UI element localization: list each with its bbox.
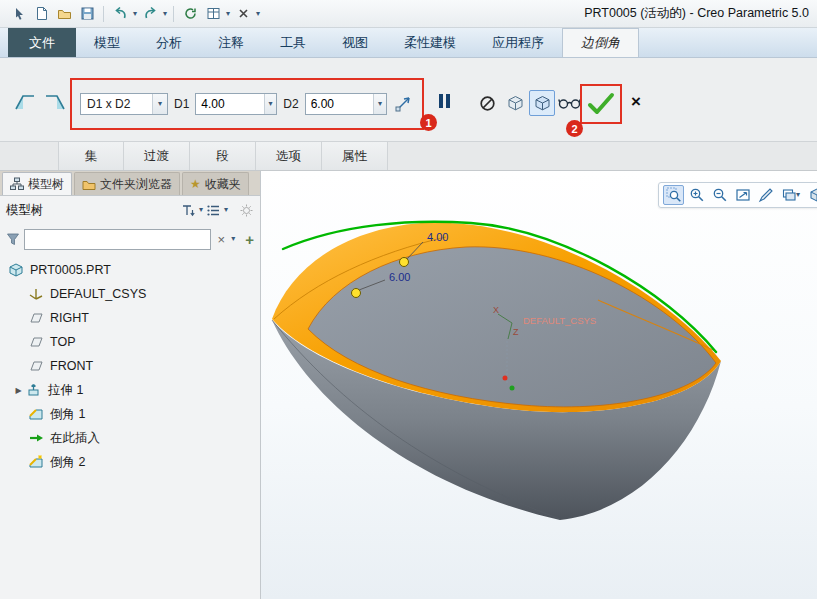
- save-icon[interactable]: [77, 4, 97, 24]
- tree-settings-button[interactable]: [239, 203, 254, 218]
- quick-access-caret-icon[interactable]: ▾: [256, 10, 260, 18]
- chamfer-transitions-mode-button[interactable]: [42, 89, 68, 115]
- tree-item-chamfer-2[interactable]: 倒角 2: [0, 450, 260, 474]
- tab-edge-chamfer[interactable]: 边倒角: [562, 28, 639, 57]
- scheme-value: D1 x D2: [81, 94, 152, 114]
- saved-views-icon: [782, 188, 796, 202]
- saved-views-button[interactable]: ▾: [778, 185, 804, 205]
- graphics-area: 4.00 6.00 X Z DEFAULT_CSYS ▾: [261, 171, 817, 599]
- chamfer-sets-mode-button[interactable]: [12, 89, 38, 115]
- zoom-region-icon: [666, 187, 682, 203]
- panel-tab-options[interactable]: 选项: [256, 142, 322, 170]
- no-preview-button[interactable]: [474, 90, 500, 116]
- dim-d2-value[interactable]: 6.00: [389, 271, 410, 283]
- redo-icon[interactable]: [140, 4, 160, 24]
- tree-columns-button[interactable]: [206, 203, 221, 218]
- clear-search-icon[interactable]: ×: [215, 232, 227, 247]
- dim-d1-handle[interactable]: [400, 258, 409, 267]
- tab-favorites[interactable]: ★ 收藏夹: [182, 172, 249, 195]
- tree-search-input[interactable]: [24, 229, 211, 250]
- tab-applications[interactable]: 应用程序: [474, 28, 562, 57]
- undo-icon[interactable]: [110, 4, 130, 24]
- expander-icon[interactable]: ▶: [12, 386, 25, 395]
- regenerate-icon[interactable]: [180, 4, 200, 24]
- in-graphics-toolbar: ▾ ▾: [658, 182, 817, 208]
- caret-down-icon: ▾: [796, 191, 800, 199]
- tab-model[interactable]: 模型: [76, 28, 138, 57]
- d1-input[interactable]: [196, 94, 264, 114]
- panel-tab-transitions[interactable]: 过渡: [124, 142, 190, 170]
- zoom-out-button[interactable]: [709, 185, 730, 205]
- tree-item-part-root[interactable]: PRT0005.PRT: [0, 258, 260, 282]
- refit-button[interactable]: [732, 185, 753, 205]
- redo-caret-icon[interactable]: ▾: [163, 10, 167, 18]
- undo-caret-icon[interactable]: ▾: [133, 10, 137, 18]
- d2-input[interactable]: [306, 94, 374, 114]
- csys-label[interactable]: DEFAULT_CSYS: [523, 315, 596, 326]
- dim-d2-handle[interactable]: [352, 289, 361, 298]
- tree-filters-button[interactable]: [181, 203, 196, 218]
- model-viewport[interactable]: 4.00 6.00 X Z DEFAULT_CSYS: [261, 171, 817, 599]
- tree-item-right-plane[interactable]: RIGHT: [0, 306, 260, 330]
- repaint-button[interactable]: [755, 185, 776, 205]
- tab-file[interactable]: 文件: [8, 28, 76, 57]
- tab-analysis[interactable]: 分析: [138, 28, 200, 57]
- dropdown-button[interactable]: ▾: [264, 94, 277, 114]
- red-reference-point: [503, 376, 508, 381]
- tab-model-tree[interactable]: 模型树: [2, 172, 72, 195]
- pause-button[interactable]: [439, 94, 450, 108]
- annotation-badge-1: 1: [420, 114, 437, 131]
- cancel-button[interactable]: ×: [626, 90, 646, 114]
- window-caret-icon[interactable]: ▾: [226, 10, 230, 18]
- tree-item-extrude-1[interactable]: ▶ 拉伸 1: [0, 378, 260, 402]
- tab-view[interactable]: 视图: [324, 28, 386, 57]
- window-grid-icon[interactable]: [203, 4, 223, 24]
- tree-item-insert-here[interactable]: 在此插入: [0, 426, 260, 450]
- tab-tools[interactable]: 工具: [262, 28, 324, 57]
- tree-filters-caret-icon[interactable]: ▾: [199, 206, 203, 214]
- tab-folder-browser[interactable]: 文件夹浏览器: [74, 172, 180, 195]
- new-file-icon[interactable]: [31, 4, 51, 24]
- open-file-icon[interactable]: [54, 4, 74, 24]
- display-style-icon: [810, 188, 817, 202]
- dim-d1-value[interactable]: 4.00: [427, 231, 448, 243]
- search-caret-icon[interactable]: ▾: [231, 235, 235, 243]
- ok-button[interactable]: [587, 92, 615, 116]
- zoom-region-button[interactable]: [663, 185, 684, 205]
- display-style-button[interactable]: ▾: [806, 185, 817, 205]
- caret-down-icon: ▾: [378, 100, 382, 108]
- panel-tab-pieces[interactable]: 段: [190, 142, 256, 170]
- dashboard-panels-bar: 集 过渡 段 选项 属性: [0, 142, 817, 171]
- csys-axis-z-label: Z: [513, 327, 519, 337]
- panel-tab-sets[interactable]: 集: [58, 142, 124, 170]
- pause-bar-icon: [439, 94, 443, 108]
- tree-item-top-plane[interactable]: TOP: [0, 330, 260, 354]
- tree-item-label: PRT0005.PRT: [30, 263, 111, 277]
- add-filter-icon[interactable]: +: [245, 231, 254, 248]
- close-window-icon[interactable]: [233, 4, 253, 24]
- d1-label: D1: [174, 97, 189, 111]
- datum-plane-icon: [28, 358, 44, 374]
- select-tool-icon[interactable]: [8, 4, 28, 24]
- tree-item-front-plane[interactable]: FRONT: [0, 354, 260, 378]
- unattached-preview-button[interactable]: [502, 90, 528, 116]
- panel-tab-properties[interactable]: 属性: [322, 142, 388, 170]
- tree-columns-caret-icon[interactable]: ▾: [224, 206, 228, 214]
- attached-preview-button[interactable]: [529, 90, 555, 116]
- tab-annotate[interactable]: 注释: [200, 28, 262, 57]
- flip-dimension-button[interactable]: [393, 94, 413, 114]
- tree-item-chamfer-1[interactable]: 倒角 1: [0, 402, 260, 426]
- model-tree: PRT0005.PRT DEFAULT_CSYS RIGHT TOP FRONT…: [0, 254, 260, 474]
- tab-label: 文件夹浏览器: [100, 176, 172, 193]
- tree-item-default-csys[interactable]: DEFAULT_CSYS: [0, 282, 260, 306]
- tab-flexible-modeling[interactable]: 柔性建模: [386, 28, 474, 57]
- dimension-scheme-group: D1 x D2 ▾ D1 ▾ D2 ▾: [70, 78, 424, 130]
- zoom-in-button[interactable]: [686, 185, 707, 205]
- scheme-dropdown[interactable]: D1 x D2 ▾: [80, 93, 168, 115]
- tree-item-label: 倒角 2: [50, 454, 85, 471]
- tree-item-label: FRONT: [50, 359, 93, 373]
- chamfer-pending-icon: [28, 454, 44, 470]
- dropdown-button[interactable]: ▾: [152, 94, 167, 114]
- dropdown-button[interactable]: ▾: [373, 94, 386, 114]
- filter-funnel-icon[interactable]: [6, 232, 20, 246]
